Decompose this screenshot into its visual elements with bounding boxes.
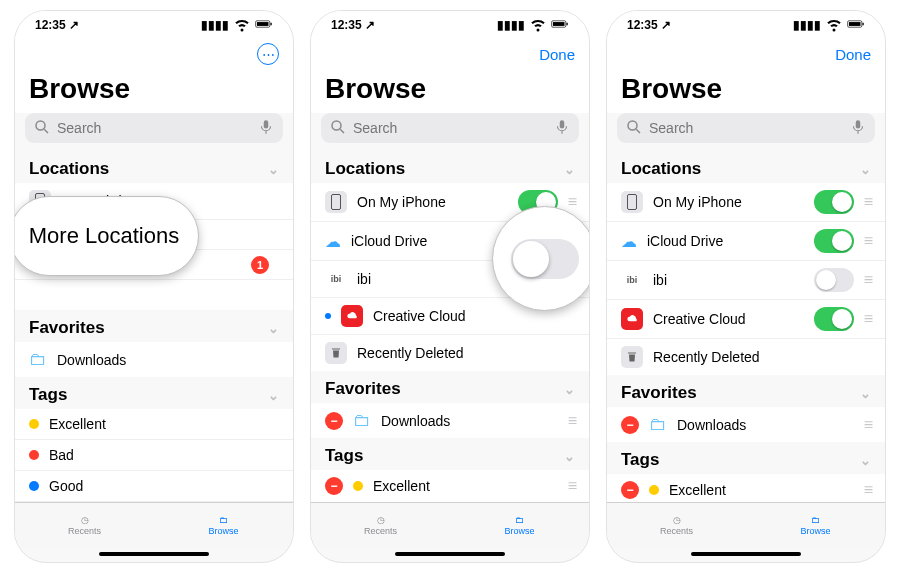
- search-input[interactable]: [57, 120, 251, 136]
- tag-dot-icon: [353, 481, 363, 491]
- tag-good[interactable]: Good: [15, 471, 293, 502]
- toggle-ibi[interactable]: [814, 268, 854, 292]
- reorder-handle-icon[interactable]: ≡: [864, 193, 871, 211]
- search-input[interactable]: [649, 120, 843, 136]
- more-menu-button[interactable]: ⋯: [257, 43, 279, 65]
- location-icloud[interactable]: ☁ iCloud Drive ≡: [607, 222, 885, 261]
- remove-icon[interactable]: −: [325, 412, 343, 430]
- tab-browse[interactable]: 🗀Browse: [746, 503, 885, 548]
- reorder-handle-icon[interactable]: ≡: [864, 232, 871, 250]
- tag-excellent[interactable]: Excellent: [15, 409, 293, 440]
- creative-cloud-icon: [341, 305, 363, 327]
- favorites-header[interactable]: Favorites⌄: [15, 310, 293, 342]
- location-recently-deleted[interactable]: Recently Deleted: [311, 335, 589, 371]
- tag-excellent[interactable]: −Excellent≡: [607, 474, 885, 502]
- reorder-handle-icon[interactable]: ≡: [864, 310, 871, 328]
- home-indicator[interactable]: [99, 552, 209, 556]
- svg-rect-7: [553, 22, 565, 26]
- search-field[interactable]: [617, 113, 875, 143]
- favorite-downloads[interactable]: − 🗀 Downloads ≡: [607, 407, 885, 442]
- svg-rect-1: [257, 22, 269, 26]
- toggle-creative-cloud[interactable]: [814, 307, 854, 331]
- nav-bar: Done: [607, 39, 885, 69]
- tab-browse[interactable]: 🗀Browse: [450, 503, 589, 548]
- dictate-icon[interactable]: [849, 118, 867, 139]
- remove-icon[interactable]: −: [621, 416, 639, 434]
- favorites-header[interactable]: Favorites⌄: [311, 371, 589, 403]
- search-icon: [33, 118, 51, 139]
- folder-icon: 🗀: [811, 515, 820, 525]
- tags-header[interactable]: Tags⌄: [15, 377, 293, 409]
- search-input[interactable]: [353, 120, 547, 136]
- cloud-icon: ☁: [621, 232, 637, 251]
- search-icon: [329, 118, 347, 139]
- toggle-on-my-iphone[interactable]: [814, 190, 854, 214]
- toggle-icloud[interactable]: [814, 229, 854, 253]
- reorder-handle-icon[interactable]: ≡: [568, 193, 575, 211]
- status-bar: 12:35 ↗ ▮▮▮▮: [15, 11, 293, 39]
- location-creative-cloud[interactable]: Creative Cloud ≡: [607, 300, 885, 339]
- page-title: Browse: [15, 69, 293, 113]
- iphone-icon: [621, 191, 643, 213]
- tab-bar: ◷Recents 🗀Browse: [311, 502, 589, 548]
- tags-header[interactable]: Tags⌄: [607, 442, 885, 474]
- battery-icon: [551, 15, 569, 36]
- tab-recents[interactable]: ◷Recents: [311, 503, 450, 548]
- location-ibi[interactable]: ibi ibi ≡: [607, 261, 885, 300]
- location-arrow-icon: ↗: [661, 18, 671, 32]
- chevron-down-icon: ⌄: [268, 388, 279, 403]
- svg-line-16: [636, 129, 640, 133]
- magnifier-toggle-off: [492, 206, 590, 311]
- tag-dot-icon: [649, 485, 659, 495]
- tag-dot-icon: [29, 450, 39, 460]
- reorder-handle-icon[interactable]: ≡: [568, 412, 575, 430]
- tab-recents[interactable]: ◷ Recents: [15, 503, 154, 548]
- chevron-down-icon: ⌄: [860, 386, 871, 401]
- remove-icon[interactable]: −: [325, 477, 343, 495]
- tab-browse[interactable]: 🗀 Browse: [154, 503, 293, 548]
- phone-screen-1: 12:35 ↗ ▮▮▮▮ ⋯ Browse Locations⌄: [14, 10, 294, 563]
- home-indicator[interactable]: [395, 552, 505, 556]
- location-arrow-icon: ↗: [69, 18, 79, 32]
- search-field[interactable]: [321, 113, 579, 143]
- svg-rect-2: [270, 22, 271, 25]
- chevron-down-icon: ⌄: [564, 449, 575, 464]
- trash-icon: [621, 346, 643, 368]
- tag-excellent[interactable]: −Excellent≡: [311, 470, 589, 502]
- reorder-handle-icon[interactable]: ≡: [864, 271, 871, 289]
- signal-icon: ▮▮▮▮: [497, 18, 525, 32]
- favorite-downloads[interactable]: 🗀 Downloads: [15, 342, 293, 377]
- nav-bar: ⋯: [15, 39, 293, 69]
- tag-bad[interactable]: Bad: [15, 440, 293, 471]
- locations-header[interactable]: Locations⌄: [311, 151, 589, 183]
- tab-bar: ◷Recents 🗀Browse: [607, 502, 885, 548]
- locations-header[interactable]: Locations⌄: [15, 151, 293, 183]
- location-recently-deleted[interactable]: Recently Deleted: [607, 339, 885, 375]
- search-field[interactable]: [25, 113, 283, 143]
- favorites-header[interactable]: Favorites⌄: [607, 375, 885, 407]
- favorite-downloads[interactable]: − 🗀 Downloads ≡: [311, 403, 589, 438]
- locations-header[interactable]: Locations⌄: [607, 151, 885, 183]
- phone-screen-2: 12:35 ↗ ▮▮▮▮ Done Browse Locations⌄ On M…: [310, 10, 590, 563]
- dictate-icon[interactable]: [257, 118, 275, 139]
- tab-recents[interactable]: ◷Recents: [607, 503, 746, 548]
- clock-icon: ◷: [81, 515, 89, 525]
- reorder-handle-icon[interactable]: ≡: [864, 416, 871, 434]
- done-button[interactable]: Done: [539, 46, 575, 63]
- signal-icon: ▮▮▮▮: [793, 18, 821, 32]
- chevron-down-icon: ⌄: [860, 162, 871, 177]
- reorder-handle-icon[interactable]: ≡: [864, 481, 871, 499]
- reorder-handle-icon[interactable]: ≡: [568, 477, 575, 495]
- done-button[interactable]: Done: [835, 46, 871, 63]
- toggle-ibi-magnified[interactable]: [511, 239, 579, 279]
- status-bar: 12:35 ↗ ▮▮▮▮: [311, 11, 589, 39]
- tag-dot-icon: [29, 419, 39, 429]
- remove-icon[interactable]: −: [621, 481, 639, 499]
- tags-header[interactable]: Tags⌄: [311, 438, 589, 470]
- svg-rect-8: [566, 22, 567, 25]
- folder-icon: 🗀: [219, 515, 228, 525]
- battery-icon: [847, 15, 865, 36]
- home-indicator[interactable]: [691, 552, 801, 556]
- dictate-icon[interactable]: [553, 118, 571, 139]
- location-on-my-iphone[interactable]: On My iPhone ≡: [607, 183, 885, 222]
